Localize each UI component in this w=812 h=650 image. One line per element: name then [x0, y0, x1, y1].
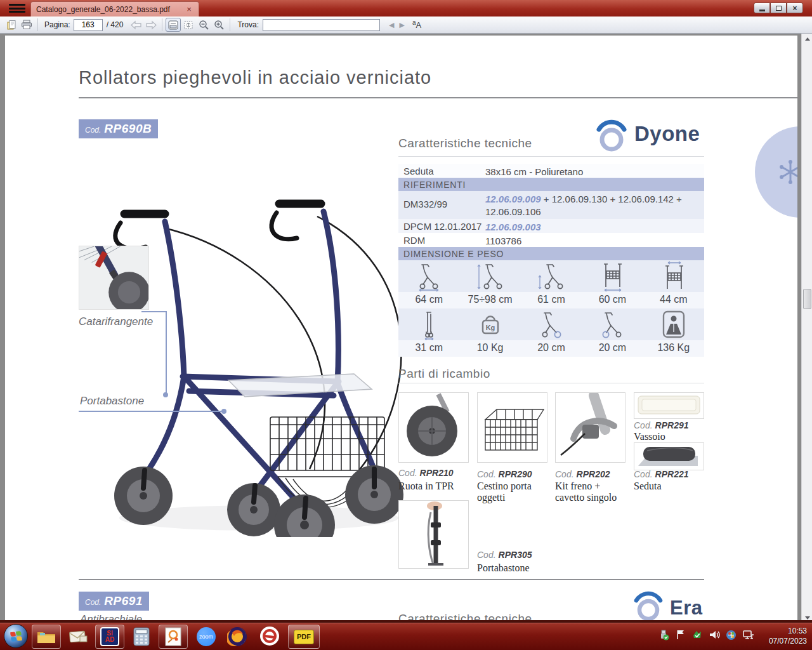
taskbar-explorer-button[interactable] — [32, 625, 61, 649]
tab-close-icon[interactable]: × — [185, 5, 193, 14]
taskbar-zoom-icon[interactable]: zoom — [197, 627, 216, 646]
dimension-values-row1: 64 cm 75÷98 cm 61 cm 60 cm 44 cm — [398, 292, 704, 308]
taskbar-pdf-reader-button[interactable]: PDF — [288, 625, 320, 649]
part-photo-basket — [477, 392, 547, 463]
product-code: RP690B — [104, 122, 152, 136]
taskbar-firefox-icon[interactable] — [227, 627, 247, 649]
dim-value: 44 cm — [643, 292, 704, 308]
minimize-button[interactable] — [754, 3, 770, 13]
part-code: RPR210 — [420, 468, 454, 478]
page-label: Pagina: — [44, 20, 70, 29]
page-total: / 420 — [107, 20, 124, 29]
tech-rule — [398, 156, 704, 157]
section-tech-heading: Caratteristiche tecniche — [398, 136, 532, 150]
part-code: RPR291 — [655, 420, 689, 430]
section-divider — [79, 579, 704, 580]
clock-date: 07/07/2023 — [752, 636, 807, 646]
spec-highlight: 12.06.09.003 — [485, 222, 541, 232]
part-name-cestino: Cestino porta oggetti — [477, 481, 554, 504]
next-page-button[interactable] — [143, 18, 159, 32]
zoom-out-button[interactable] — [196, 18, 211, 32]
zoom-in-icon — [214, 20, 225, 30]
page-title: Rollators pieghevoli in acciaio vernicia… — [79, 67, 431, 88]
titlebar: Catalogo_generale_06-2022_bassa.pdf × × — [0, 0, 812, 17]
dim-value: 75÷98 cm — [459, 292, 520, 308]
part-photo-brake — [555, 392, 625, 463]
taskbar-red-ring-app-icon[interactable] — [260, 627, 279, 646]
part-photo-seat — [634, 442, 704, 470]
riferimenti-header: RIFERIMENTI — [398, 178, 704, 191]
rollator-seat-height-icon — [521, 260, 582, 292]
restore-button[interactable] — [770, 3, 787, 13]
code-prefix: Cod. — [634, 420, 653, 430]
dim-value: 136 Kg — [643, 340, 704, 357]
rear-wheel-diameter-icon — [582, 308, 643, 340]
callout-line-bottom — [79, 411, 223, 412]
fit-page-button[interactable] — [181, 18, 196, 32]
fit-width-button[interactable] — [166, 18, 181, 32]
kg-label: Kg — [485, 324, 495, 331]
find-previous-icon[interactable]: ◀ — [389, 21, 394, 29]
forward-arrow-icon — [145, 20, 157, 30]
previous-page-button[interactable] — [128, 18, 143, 32]
pdf-reader-icon: PDF — [294, 630, 314, 644]
product-code-badge: Cod. RP690B — [79, 119, 158, 138]
spec-highlight: 12.06.09.009 — [485, 194, 541, 204]
folder-icon — [37, 629, 56, 644]
dimension-icons-row2: Kg — [398, 308, 704, 340]
system-tray — [658, 629, 755, 640]
taskbar-siad-button[interactable]: SIAD — [95, 625, 124, 649]
scrollbar-thumb[interactable] — [803, 289, 811, 309]
volume-icon[interactable] — [709, 630, 720, 640]
start-button[interactable] — [4, 624, 28, 648]
frame-depth-icon — [582, 260, 643, 292]
windows-update-icon[interactable] — [726, 630, 737, 640]
page-number-input[interactable] — [74, 19, 103, 31]
part-code: RPR221 — [655, 469, 689, 479]
pdf-toolbar: Pagina: / 420 — [0, 17, 812, 34]
print-icon — [21, 20, 32, 30]
part-photo-wheel — [398, 392, 469, 463]
part-name-seduta: Seduta — [634, 481, 704, 492]
scroll-up-button[interactable] — [802, 34, 812, 44]
part-name-vassoio: Vassoio — [634, 431, 704, 442]
document-tab[interactable]: Catalogo_generale_06-2022_bassa.pdf × — [30, 1, 199, 17]
spec-row-dm332: DM332/99 12.06.09.009 + 12.06.09.130 + 1… — [398, 191, 704, 219]
era-logo-text: Era — [670, 597, 702, 620]
dim-value: 60 cm — [582, 292, 643, 308]
product-code: RP691 — [104, 594, 143, 608]
open-file-button[interactable] — [4, 18, 19, 32]
find-input[interactable] — [263, 19, 380, 31]
menu-hamburger-icon[interactable] — [9, 4, 25, 13]
spec-label: DM332/99 — [403, 199, 447, 209]
match-case-icon[interactable]: aA — [412, 19, 421, 30]
dim-value: 31 cm — [398, 340, 459, 357]
vertical-scrollbar[interactable] — [801, 34, 812, 623]
spec-label: Seduta — [403, 166, 434, 176]
action-center-flag-icon[interactable] — [676, 629, 686, 640]
taskbar-calculator-icon[interactable] — [133, 627, 150, 649]
usb-device-icon[interactable] — [658, 629, 670, 640]
document-viewport: Rollators pieghevoli in acciaio vernicia… — [0, 34, 812, 623]
antivirus-icon[interactable] — [691, 629, 703, 640]
era-logo-icon — [631, 589, 665, 623]
dimensione-header: DIMENSIONE E PESO — [398, 247, 704, 260]
dim-value: 61 cm — [521, 292, 582, 308]
taskbar-mail-icon[interactable] — [69, 628, 88, 647]
front-wheel-diameter-icon — [521, 308, 582, 340]
spec-row-rdm: RDM 1103786 — [398, 233, 704, 247]
folded-width-icon — [398, 308, 459, 340]
dyone-logo-icon — [593, 117, 630, 154]
part-code: RPR305 — [499, 550, 532, 560]
rollator-total-width-icon — [398, 260, 459, 292]
find-next-icon[interactable]: ▶ — [399, 21, 404, 29]
taskbar-paint-app-button[interactable] — [159, 625, 188, 649]
close-button[interactable]: × — [787, 3, 803, 13]
zoom-in-button[interactable] — [211, 18, 226, 32]
print-button[interactable] — [19, 18, 34, 32]
code-prefix: Cod. — [477, 469, 496, 479]
product-photo-rollator — [88, 172, 405, 537]
callout-line-top — [141, 311, 167, 312]
callout-line-vertical — [166, 311, 167, 395]
taskbar-clock[interactable]: 10:53 07/07/2023 — [752, 626, 807, 646]
